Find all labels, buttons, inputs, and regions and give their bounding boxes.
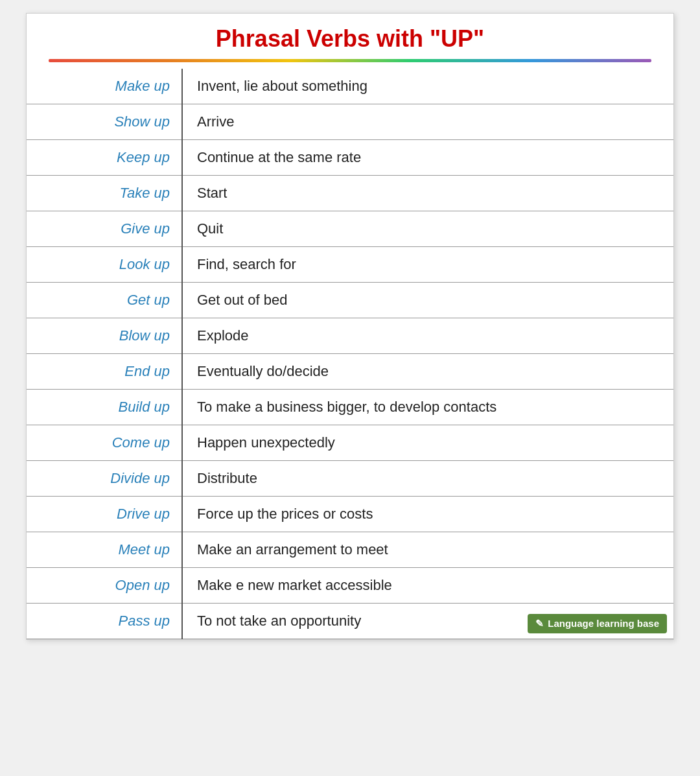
- definition: To not take an opportunity✎Language lear…: [182, 604, 673, 639]
- phrasal-verb: Come up: [27, 425, 182, 461]
- definition: Find, search for: [182, 247, 673, 283]
- phrasal-verb: Divide up: [27, 461, 182, 497]
- phrasal-verb: Blow up: [27, 318, 182, 354]
- table-row: Divide upDistribute: [27, 461, 673, 497]
- phrasal-verb: Show up: [27, 104, 182, 140]
- table-row: Drive upForce up the prices or costs: [27, 497, 673, 532]
- phrasal-verb: Build up: [27, 390, 182, 425]
- phrasal-verb: Meet up: [27, 532, 182, 568]
- phrasal-verb: Take up: [27, 176, 182, 211]
- phrasal-verb: End up: [27, 354, 182, 390]
- definition: Distribute: [182, 461, 673, 497]
- table-row: Open upMake e new market accessible: [27, 568, 673, 604]
- table-row: Take upStart: [27, 176, 673, 211]
- table-row: Meet upMake an arrangement to meet: [27, 532, 673, 568]
- table-row: Look upFind, search for: [27, 247, 673, 283]
- definition: Continue at the same rate: [182, 140, 673, 176]
- rainbow-bar: [49, 59, 651, 62]
- watermark-label: Language learning base: [548, 618, 659, 629]
- phrasal-verb: Keep up: [27, 140, 182, 176]
- definition: Happen unexpectedly: [182, 425, 673, 461]
- phrasal-verb: Pass up: [27, 604, 182, 639]
- table-row: End upEventually do/decide: [27, 354, 673, 390]
- definition: Start: [182, 176, 673, 211]
- table-row: Build upTo make a business bigger, to de…: [27, 390, 673, 425]
- phrasal-verb: Give up: [27, 211, 182, 247]
- phrasal-verb: Drive up: [27, 497, 182, 532]
- definition: Arrive: [182, 104, 673, 140]
- table-row: Come upHappen unexpectedly: [27, 425, 673, 461]
- definition: Invent, lie about something: [182, 69, 673, 104]
- definition: Quit: [182, 211, 673, 247]
- phrasal-verb: Look up: [27, 247, 182, 283]
- table-row: Pass upTo not take an opportunity✎Langua…: [27, 604, 673, 639]
- definition: Get out of bed: [182, 283, 673, 318]
- phrasal-verb: Get up: [27, 283, 182, 318]
- definition: Force up the prices or costs: [182, 497, 673, 532]
- page-title: Phrasal Verbs with "UP": [216, 25, 484, 53]
- definition: Make an arrangement to meet: [182, 532, 673, 568]
- definition: Explode: [182, 318, 673, 354]
- table-row: Make upInvent, lie about something: [27, 69, 673, 104]
- definition: Eventually do/decide: [182, 354, 673, 390]
- title-bar: Phrasal Verbs with "UP": [27, 14, 673, 69]
- phrasal-verbs-table: Make upInvent, lie about somethingShow u…: [27, 69, 673, 639]
- phrasal-verb: Open up: [27, 568, 182, 604]
- watermark-badge: ✎Language learning base: [528, 614, 667, 633]
- table-row: Get upGet out of bed: [27, 283, 673, 318]
- table-row: Blow upExplode: [27, 318, 673, 354]
- card: Phrasal Verbs with "UP" Make upInvent, l…: [26, 13, 674, 640]
- table-row: Keep upContinue at the same rate: [27, 140, 673, 176]
- table-row: Give upQuit: [27, 211, 673, 247]
- definition: Make e new market accessible: [182, 568, 673, 604]
- definition: To make a business bigger, to develop co…: [182, 390, 673, 425]
- table-row: Show upArrive: [27, 104, 673, 140]
- phrasal-verb: Make up: [27, 69, 182, 104]
- watermark-icon: ✎: [535, 618, 544, 629]
